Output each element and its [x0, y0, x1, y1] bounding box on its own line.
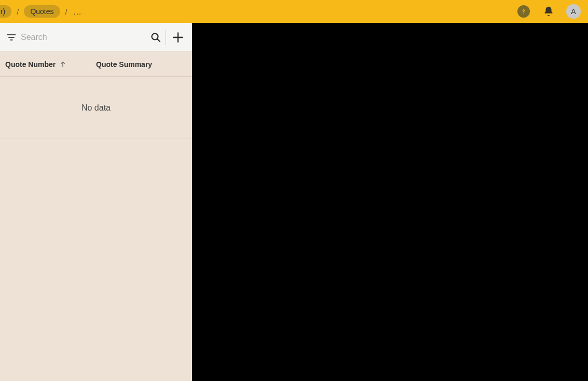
breadcrumb-item-truncated[interactable]: jer) — [0, 5, 11, 18]
no-data-message: No data — [0, 77, 192, 139]
avatar[interactable]: A — [566, 4, 581, 19]
breadcrumb-ellipsis[interactable]: ... — [73, 7, 83, 16]
add-button[interactable] — [168, 31, 188, 44]
search-button[interactable] — [147, 31, 165, 44]
app-header: jer) / Quotes / ... A — [0, 0, 588, 23]
filter-button[interactable] — [4, 32, 19, 43]
no-data-text: No data — [81, 103, 111, 113]
main-content-area — [192, 23, 588, 381]
svg-point-0 — [523, 12, 524, 13]
help-button[interactable] — [516, 4, 531, 19]
search-input[interactable] — [19, 30, 147, 45]
filter-list-icon — [6, 32, 17, 43]
quotes-side-panel: Quote Number Quote Summary No data — [0, 23, 192, 381]
column-quote-number[interactable]: Quote Number — [5, 60, 96, 69]
bell-icon — [543, 6, 554, 17]
search-bar — [0, 23, 192, 52]
breadcrumb: jer) / Quotes / ... — [0, 5, 83, 18]
columns-header: Quote Number Quote Summary — [0, 52, 192, 77]
breadcrumb-item-quotes[interactable]: Quotes — [24, 5, 60, 18]
search-icon — [149, 31, 162, 44]
header-actions: A — [516, 4, 581, 19]
column-quote-summary[interactable]: Quote Summary — [96, 60, 152, 69]
avatar-initial: A — [571, 7, 576, 16]
column-label: Quote Summary — [96, 60, 152, 69]
content-area: Quote Number Quote Summary No data — [0, 23, 588, 381]
plus-icon — [171, 31, 185, 44]
vertical-divider — [166, 30, 166, 45]
help-icon — [517, 5, 530, 18]
notifications-button[interactable] — [541, 4, 556, 19]
svg-line-2 — [157, 39, 160, 42]
column-label: Quote Number — [5, 60, 56, 69]
breadcrumb-separator: / — [63, 7, 70, 16]
breadcrumb-separator: / — [15, 7, 21, 16]
sort-ascending-icon — [59, 60, 67, 69]
